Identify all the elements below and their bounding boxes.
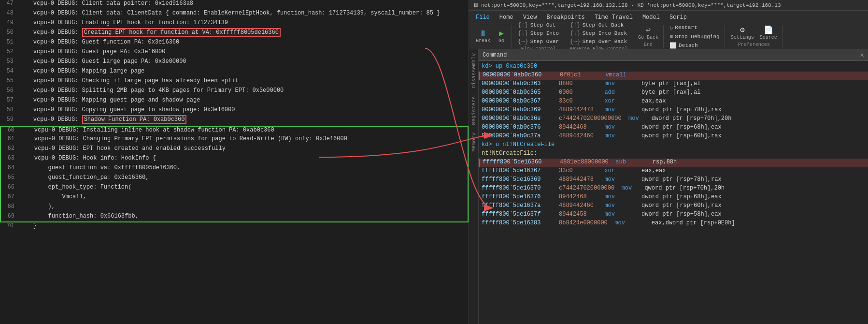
step-over-button[interactable]: {→} Step Over — [516, 38, 561, 45]
line-content: ept_hook_type: Function( — [20, 184, 466, 191]
line-number: 54 — [2, 68, 19, 74]
cmd-line: kd> u nt!NtCreateFile — [479, 141, 868, 150]
menu-model[interactable]: Model — [638, 12, 665, 23]
menu-script[interactable]: Scrip — [665, 12, 692, 23]
cmd-line: 00000000`0ab0c367 33c0 xor eax,eax — [479, 98, 868, 106]
line-number: 66 — [3, 184, 20, 191]
line-content: vcpu-0 DEBUG: Guest function PA: 0x3e163… — [19, 39, 467, 45]
line-content: ), — [20, 203, 466, 210]
code-line: 57 vcpu-0 DEBUG: Mapping guest page and … — [0, 97, 469, 106]
cmd-line: 00000000`0ab0c369 4889442478 mov qword p… — [479, 106, 868, 115]
command-header: Command ✕ — [479, 49, 868, 61]
settings-icon: ⚙ — [740, 27, 745, 34]
step-out-icon: {↑} — [518, 22, 528, 29]
line-content: vcpu-0 DEBUG: Copying guest page to shad… — [19, 106, 467, 113]
registers-tab[interactable]: Registers — [470, 92, 478, 129]
line-number: 63 — [3, 155, 20, 162]
code-line: 67 Vmcall, — [0, 193, 469, 203]
debugger-body: Disassembly Registers Memory Command ✕ k… — [469, 49, 868, 324]
command-title: Command — [483, 52, 507, 59]
cmd-line: nt!NtCreateFile: — [479, 150, 868, 159]
code-line: 51 vcpu-0 DEBUG: Guest function PA: 0x3e… — [0, 39, 469, 48]
line-number: 57 — [2, 97, 19, 103]
step-over-back-icon: {→} — [570, 38, 581, 45]
line-content: guest_function_pa: 0x3e16360, — [20, 174, 466, 181]
cmd-line: fffff800`5de16367 33c0 xor eax,eax — [479, 167, 868, 176]
code-line: 53 vcpu-0 DEBUG: Guest large page PA: 0x… — [0, 58, 469, 68]
break-button[interactable]: ⏸ Break — [474, 29, 492, 44]
stop-icon: ■ — [669, 33, 673, 40]
step-into-back-icon: {↓} — [570, 30, 581, 37]
go-button[interactable]: ▶ Go — [494, 29, 509, 44]
code-line: 49 vcpu-0 DEBUG: Enabling EPT hook for f… — [0, 19, 469, 29]
line-number: 50 — [2, 29, 19, 36]
disassembly-tab[interactable]: Disassembly — [470, 49, 478, 92]
code-line: 50 vcpu-0 DEBUG: Creating EPT hook for f… — [0, 29, 469, 39]
line-number: 62 — [3, 145, 20, 152]
menu-file[interactable]: File — [471, 12, 495, 23]
cmd-line: fffff800`5de1637f 89442458 mov dword ptr… — [479, 211, 868, 220]
line-number: 48 — [2, 10, 19, 16]
step-into-back-button[interactable]: {↓} Step Into Back — [568, 29, 629, 37]
line-content: vcpu-0 DEBUG: Mapping guest page and sha… — [19, 97, 467, 103]
line-content: vcpu-0 DEBUG: Guest large page PA: 0x3e0… — [19, 58, 467, 65]
line-content: vcpu-0 DEBUG: Creating EPT hook for func… — [19, 29, 467, 36]
debugger-panel: 🖥 net:port=50000,key=****,target=192.168… — [469, 0, 868, 324]
line-content: vcpu-0 DEBUG: Mapping large page — [19, 68, 467, 74]
go-label: Go — [498, 38, 504, 44]
line-number: 49 — [2, 19, 19, 26]
code-line: 58 vcpu-0 DEBUG: Copying guest page to s… — [0, 106, 469, 116]
line-number: 67 — [3, 193, 20, 200]
code-line: 64 guest_function_va: 0xfffff8005de16360… — [0, 164, 469, 174]
debugger-titlebar: 🖥 net:port=50000,key=****,target=192.168… — [469, 0, 868, 11]
step-over-back-button[interactable]: {→} Step Over Back — [568, 38, 629, 45]
cmd-line: 00000000`0ab0c360 0f01c1 vmcall — [479, 72, 868, 80]
restart-button[interactable]: ↻ Restart — [668, 24, 722, 32]
code-line: 70 } — [0, 222, 469, 232]
line-number: 68 — [3, 203, 20, 210]
code-line: 48 vcpu-0 DEBUG: Client data: ClientData… — [0, 10, 469, 19]
reverse-step-group: {↑} Step Out Back {↓} Step Into Back {→}… — [565, 25, 632, 48]
line-number: 69 — [3, 213, 20, 220]
command-output[interactable]: kd> up 0xab0c36000000000`0ab0c360 0f01c1… — [479, 61, 868, 324]
stop-debugging-button[interactable]: ■ Stop Debugging — [668, 33, 722, 41]
step-group: {↑} Step Out {↓} Step Into {→} Step Over… — [513, 25, 564, 48]
end-label: End — [644, 42, 653, 47]
cmd-line: 00000000`0ab0c363 8800 mov byte ptr [rax… — [479, 80, 868, 89]
line-number: 58 — [2, 106, 19, 113]
code-line: 47 vcpu-0 DEBUG: Client data pointer: 0x… — [0, 0, 469, 10]
go-back-group: ↩ Go Back End — [633, 25, 664, 48]
cmd-line: fffff800`5de1637a 4889442460 mov qword p… — [479, 202, 868, 211]
step-into-icon: {↓} — [518, 30, 528, 37]
memory-tab[interactable]: Memory — [470, 129, 478, 156]
code-line: 66 ept_hook_type: Function( — [0, 184, 469, 193]
source-button[interactable]: 📄 Source — [758, 26, 779, 41]
break-go-group: ⏸ Break ▶ Go — [471, 25, 512, 48]
step-out-back-button[interactable]: {↑} Step Out Back — [568, 21, 629, 29]
code-line: 56 vcpu-0 DEBUG: Splitting 2MB page to 4… — [0, 87, 469, 97]
cmd-line: 00000000`0ab0c376 89442468 mov dword ptr… — [479, 124, 868, 133]
play-icon: ▶ — [499, 30, 504, 38]
line-number: 47 — [2, 0, 19, 7]
cmd-line: 00000000`0ab0c365 0000 add byte ptr [rax… — [479, 89, 868, 98]
line-content: vcpu-0 DEBUG: Client data pointer: 0x1ed… — [19, 0, 467, 7]
go-back-button[interactable]: ↩ Go Back — [636, 26, 660, 41]
step-out-button[interactable]: {↑} Step Out — [516, 21, 561, 29]
code-line: 63 vcpu-0 DEBUG: Hook info: HookInfo { — [0, 155, 469, 164]
code-line: 60 vcpu-0 DEBUG: Installing inline hook … — [0, 126, 469, 135]
line-content: vcpu-0 DEBUG: Guest page PA: 0x3e16000 — [19, 48, 467, 55]
side-tabs: Disassembly Registers Memory — [469, 49, 479, 324]
cmd-line: kd> up 0xab0c360 — [479, 63, 868, 72]
code-line: 69 function_hash: 0x66163fbb, — [0, 213, 469, 222]
code-line: 59 vcpu-0 DEBUG: Shadow Function PA: 0xa… — [0, 116, 469, 126]
detach-button[interactable]: ⬜ Detach — [668, 42, 722, 50]
line-number: 53 — [2, 58, 19, 65]
menu-home[interactable]: Home — [495, 12, 518, 23]
line-number: 59 — [2, 116, 19, 123]
step-into-button[interactable]: {↓} Step Into — [516, 29, 561, 37]
line-number: 52 — [2, 48, 19, 55]
settings-button[interactable]: ⚙ Settings — [729, 26, 756, 41]
line-content: vcpu-0 DEBUG: Enabling EPT hook for func… — [19, 19, 467, 26]
line-content: Vmcall, — [20, 193, 466, 200]
command-close-button[interactable]: ✕ — [860, 51, 864, 59]
